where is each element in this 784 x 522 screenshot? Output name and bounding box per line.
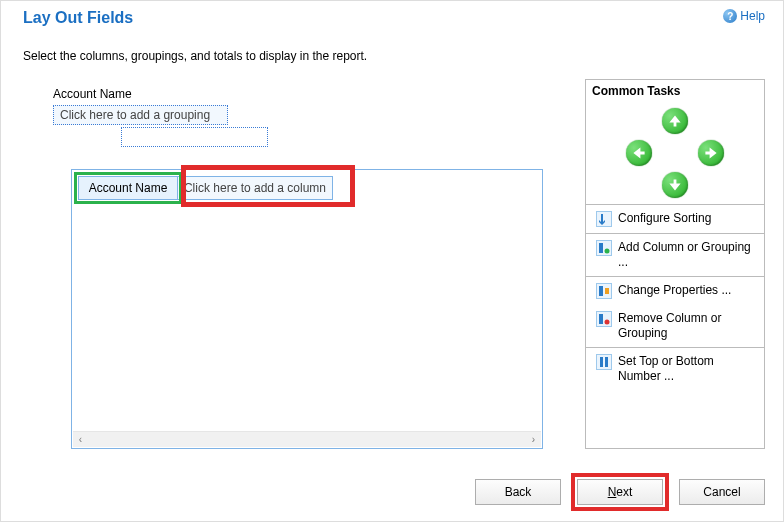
- page-title: Lay Out Fields: [23, 9, 133, 27]
- task-label: Add Column or Grouping ...: [618, 240, 758, 270]
- task-set-top-or-bottom-number[interactable]: Set Top or Bottom Number ...: [586, 348, 764, 390]
- highlight-red-next-button: Next: [571, 473, 669, 511]
- add-column-placeholder[interactable]: Click here to add a column: [178, 176, 333, 200]
- svg-rect-3: [605, 288, 609, 294]
- move-up-button[interactable]: [662, 108, 688, 134]
- task-add-column-or-grouping[interactable]: Add Column or Grouping ...: [586, 234, 764, 276]
- move-down-button[interactable]: [662, 172, 688, 198]
- column-header-account-name[interactable]: Account Name: [78, 176, 178, 200]
- grouping-subrow-placeholder[interactable]: [121, 127, 268, 147]
- instruction-text: Select the columns, groupings, and total…: [1, 27, 783, 63]
- svg-rect-6: [600, 357, 603, 367]
- move-left-button[interactable]: [626, 140, 652, 166]
- svg-rect-4: [599, 314, 603, 324]
- next-rest: ext: [616, 485, 632, 499]
- svg-rect-0: [599, 243, 603, 253]
- grouping-field-label: Account Name: [53, 87, 565, 101]
- remove-column-icon: [596, 311, 612, 327]
- scroll-left-arrow-icon[interactable]: ‹: [73, 432, 88, 447]
- properties-icon: [596, 283, 612, 299]
- scroll-right-arrow-icon[interactable]: ›: [526, 432, 541, 447]
- task-remove-column-or-grouping[interactable]: Remove Column or Grouping: [586, 305, 764, 347]
- help-label: Help: [740, 9, 765, 23]
- svg-point-5: [605, 320, 610, 325]
- task-label: Configure Sorting: [618, 211, 758, 226]
- cancel-button[interactable]: Cancel: [679, 479, 765, 505]
- task-label: Set Top or Bottom Number ...: [618, 354, 758, 384]
- top-bottom-icon: [596, 354, 612, 370]
- task-change-properties[interactable]: Change Properties ...: [586, 277, 764, 305]
- sort-icon: [596, 211, 612, 227]
- next-button[interactable]: Next: [577, 479, 663, 505]
- help-icon: ?: [723, 9, 737, 23]
- svg-rect-7: [605, 357, 608, 367]
- report-layout-area[interactable]: Account Name Click here to add a column …: [71, 169, 543, 449]
- task-label: Remove Column or Grouping: [618, 311, 758, 341]
- add-column-icon: [596, 240, 612, 256]
- task-configure-sorting[interactable]: Configure Sorting: [586, 205, 764, 233]
- common-tasks-title: Common Tasks: [586, 80, 764, 102]
- horizontal-scrollbar[interactable]: ‹ ›: [73, 431, 541, 447]
- arrow-up-icon: [668, 114, 682, 128]
- back-button[interactable]: Back: [475, 479, 561, 505]
- common-tasks-panel: Common Tasks Configure Sorting Add Colum…: [585, 79, 765, 449]
- arrow-left-icon: [632, 146, 646, 160]
- add-grouping-placeholder[interactable]: Click here to add a grouping: [53, 105, 228, 125]
- svg-rect-2: [599, 286, 603, 296]
- svg-point-1: [605, 249, 610, 254]
- help-link[interactable]: ? Help: [723, 9, 765, 23]
- arrow-right-icon: [704, 146, 718, 160]
- arrow-down-icon: [668, 178, 682, 192]
- task-label: Change Properties ...: [618, 283, 758, 298]
- move-right-button[interactable]: [698, 140, 724, 166]
